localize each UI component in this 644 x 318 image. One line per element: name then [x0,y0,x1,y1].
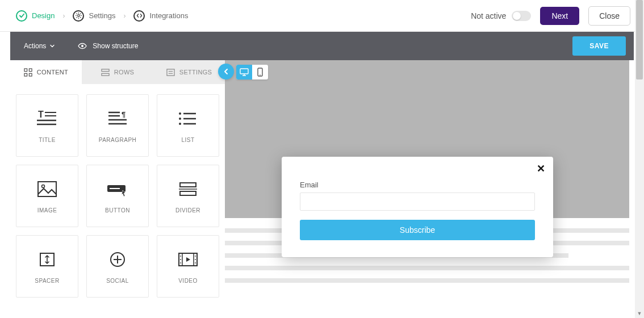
actions-label: Actions [24,42,46,50]
svg-point-45 [195,259,196,260]
save-button[interactable]: SAVE [572,36,626,56]
tab-rows[interactable]: ROWS [82,60,153,84]
canvas-area: ✕ Email Subscribe [225,60,634,308]
collapse-sidebar-button[interactable] [218,64,234,80]
block-label: SOCIAL [106,278,129,284]
block-spacer[interactable]: SPACER [16,235,78,298]
mobile-icon [257,68,263,77]
content-blocks: T TITLE ¶ PARAGRAPH LIST [10,84,225,308]
topbar-actions: Not active Next Close [471,6,630,26]
svg-rect-33 [180,191,196,195]
svg-rect-3 [29,68,32,71]
list-icon [166,68,175,77]
action-bar: Actions Show structure SAVE [10,32,634,60]
svg-point-28 [42,185,45,187]
email-label: Email [300,181,535,189]
block-label: TITLE [39,137,56,143]
chevron-right-icon: › [123,12,126,20]
block-label: VIDEO [178,278,198,284]
scrollbar-down-icon[interactable]: ▼ [635,309,644,318]
canvas[interactable]: ✕ Email Subscribe [225,60,634,308]
block-button[interactable]: BUTTON [86,165,149,227]
breadcrumb-settings[interactable]: Settings [73,10,115,22]
svg-rect-31 [180,183,196,187]
block-label: SPACER [35,278,59,284]
grid-icon [24,68,32,77]
chevron-left-icon [223,68,229,75]
page-scrollbar[interactable]: ▼ [635,0,644,318]
svg-point-41 [180,256,181,257]
svg-text:T: T [38,110,44,119]
svg-point-51 [260,74,261,76]
scrollbar-thumb[interactable] [636,0,643,80]
device-mobile-button[interactable] [252,65,268,80]
close-icon: ✕ [537,163,545,174]
show-structure-label: Show structure [93,42,138,50]
subscribe-popup: ✕ Email Subscribe [282,157,553,257]
rows-icon [101,68,110,77]
block-social[interactable]: SOCIAL [86,235,149,298]
close-button[interactable]: Close [588,6,630,26]
svg-point-25 [179,123,181,125]
subscribe-button[interactable]: Subscribe [300,220,535,240]
sidebar: CONTENT ROWS SETTINGS T TITLE ¶ [10,60,225,308]
block-title[interactable]: T TITLE [16,94,78,157]
gear-icon [73,10,84,22]
block-label: IMAGE [37,207,57,214]
block-label: DIVIDER [175,207,200,214]
desktop-icon [240,68,249,76]
svg-point-46 [195,262,196,263]
tab-content[interactable]: CONTENT [10,60,82,84]
status-label: Not active [471,11,506,20]
svg-rect-2 [24,68,27,71]
status-toggle[interactable]: Not active [471,11,531,21]
block-image[interactable]: IMAGE [16,165,78,227]
actions-dropdown[interactable]: Actions [24,42,55,50]
toggle-switch[interactable] [512,11,531,21]
show-structure-toggle[interactable]: Show structure [78,41,138,51]
svg-point-0 [78,15,80,17]
svg-rect-27 [38,182,56,196]
workspace: CONTENT ROWS SETTINGS T TITLE ¶ [10,60,634,308]
paragraph-icon: ¶ [106,108,129,129]
top-bar: Design › Settings › Integrations Not act… [0,0,644,32]
breadcrumb-settings-label: Settings [89,11,115,20]
device-switcher [236,65,268,80]
svg-point-43 [180,262,181,263]
placeholder-line [225,266,629,270]
svg-rect-7 [102,73,109,76]
svg-rect-4 [24,73,27,76]
actionbar-left: Actions Show structure [24,41,138,51]
svg-rect-6 [102,69,109,71]
svg-point-44 [195,256,196,257]
title-icon: T [36,108,58,129]
next-button[interactable]: Next [540,7,579,25]
image-icon [36,179,58,199]
svg-rect-30 [110,188,120,189]
svg-point-1 [81,45,83,47]
chevron-down-icon [49,43,55,49]
block-divider[interactable]: DIVIDER [157,165,219,227]
tab-settings[interactable]: SETTINGS [153,60,225,84]
block-video[interactable]: VIDEO [157,235,219,298]
spacer-icon [36,249,58,270]
breadcrumb-design[interactable]: Design [16,10,55,22]
divider-icon [177,179,199,199]
popup-close-button[interactable]: ✕ [537,162,545,175]
svg-point-23 [179,118,181,120]
breadcrumb: Design › Settings › Integrations [16,10,188,22]
video-icon [177,249,199,270]
check-circle-icon [16,10,27,22]
chevron-right-icon: › [62,12,65,20]
block-paragraph[interactable]: ¶ PARAGRAPH [86,94,149,157]
email-input[interactable] [300,193,535,211]
code-icon [133,10,145,22]
button-icon [106,179,129,199]
block-label: PARAGRAPH [99,137,137,143]
breadcrumb-integrations[interactable]: Integrations [133,10,188,22]
breadcrumb-integrations-label: Integrations [149,11,188,20]
placeholder-line [225,278,629,283]
social-icon [106,249,129,270]
block-list[interactable]: LIST [157,94,219,157]
device-desktop-button[interactable] [236,65,252,80]
